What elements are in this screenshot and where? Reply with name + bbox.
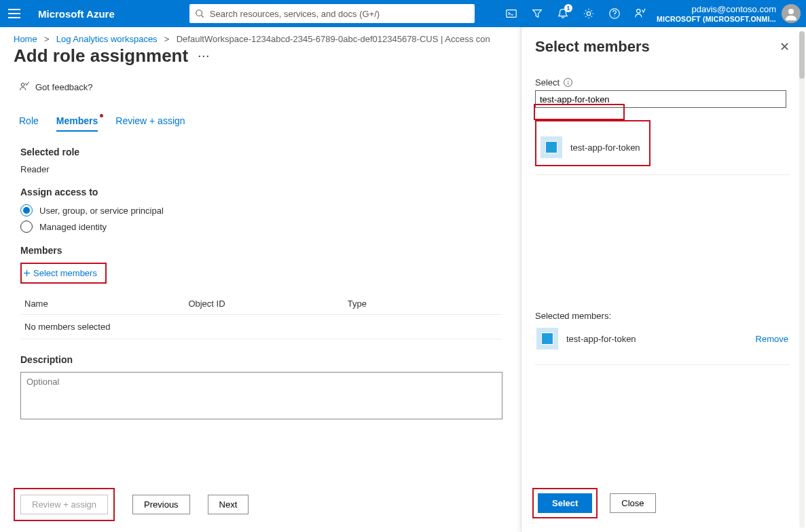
select-members-link[interactable]: Select members <box>23 265 101 281</box>
col-type: Type <box>344 293 502 315</box>
tab-members[interactable]: Members <box>56 115 98 132</box>
radio-user-group-sp[interactable]: User, group, or service principal <box>20 204 502 216</box>
notifications-badge: 1 <box>564 4 572 12</box>
help-icon[interactable] <box>608 7 621 20</box>
search-result-item[interactable]: test-app-for-token <box>536 130 649 165</box>
global-search-input[interactable]: Search resources, services, and docs (G+… <box>189 4 475 23</box>
app-tile-icon <box>541 136 562 158</box>
breadcrumb-current: DefaultWorkspace-1234abcd-2345-6789-0abc… <box>177 34 490 44</box>
svg-point-7 <box>637 10 640 13</box>
feedback-label: Got feedback? <box>35 82 93 92</box>
selected-role-label: Selected role <box>20 147 502 157</box>
select-members-panel: Select members ✕ Select i test-app-for-t… <box>521 27 806 532</box>
members-empty-row: No members selected <box>20 315 502 339</box>
close-icon[interactable]: ✕ <box>780 39 790 54</box>
radio-unselected-icon <box>20 221 33 233</box>
wizard-footer: Review + assign Previous Next <box>14 488 249 521</box>
tab-role[interactable]: Role <box>19 115 39 132</box>
svg-line-1 <box>201 16 203 18</box>
review-assign-button[interactable]: Review + assign <box>20 495 108 514</box>
notifications-icon[interactable]: 1 <box>556 7 570 20</box>
description-input[interactable] <box>20 372 502 419</box>
header-icon-group: 1 <box>505 7 647 20</box>
selected-role-value: Reader <box>20 164 502 174</box>
search-icon <box>195 9 204 18</box>
panel-select-button[interactable]: Select <box>538 493 592 513</box>
svg-point-8 <box>788 9 794 14</box>
search-placeholder: Search resources, services, and docs (G+… <box>210 9 380 19</box>
title-more-icon[interactable]: ··· <box>198 49 210 63</box>
breadcrumb-workspaces[interactable]: Log Analytics workspaces <box>56 34 158 44</box>
col-name: Name <box>20 293 184 315</box>
svg-point-0 <box>196 10 202 16</box>
portal-header: Microsoft Azure Search resources, servic… <box>0 0 806 27</box>
panel-scrollbar[interactable] <box>799 31 805 528</box>
search-result-name: test-app-for-token <box>570 142 640 153</box>
select-label: Select i <box>535 77 790 88</box>
member-search-input[interactable] <box>535 90 786 108</box>
plus-icon <box>23 269 31 277</box>
svg-rect-2 <box>507 10 516 18</box>
avatar[interactable] <box>782 4 801 23</box>
brand-label[interactable]: Microsoft Azure <box>38 8 115 20</box>
radio-selected-icon <box>20 204 33 216</box>
tab-members-indicator <box>100 114 103 117</box>
remove-member-link[interactable]: Remove <box>756 334 788 344</box>
svg-point-6 <box>614 16 615 16</box>
feedback-icon[interactable] <box>634 7 647 20</box>
form-body: Selected role Reader Assign access to Us… <box>0 132 516 421</box>
account-tenant: MICROSOFT (MICROSOFT.ONMI... <box>657 15 776 24</box>
panel-close-button[interactable]: Close <box>610 493 655 513</box>
next-button[interactable]: Next <box>208 495 249 514</box>
panel-title: Select members <box>535 38 650 56</box>
svg-point-4 <box>587 12 590 15</box>
radio-managed-identity[interactable]: Managed identity <box>20 221 502 233</box>
account-block[interactable]: pdavis@contoso.com MICROSOFT (MICROSOFT.… <box>657 4 776 23</box>
info-icon[interactable]: i <box>564 78 572 87</box>
tab-review[interactable]: Review + assign <box>115 115 185 132</box>
page-title: Add role assignment <box>14 45 188 66</box>
members-section-label: Members <box>20 245 502 256</box>
assign-access-label: Assign access to <box>20 187 502 197</box>
description-label: Description <box>20 354 502 365</box>
hamburger-icon[interactable] <box>8 4 27 23</box>
feedback-person-icon <box>19 81 30 92</box>
selected-members-label: Selected members: <box>535 311 790 321</box>
members-table: Name Object ID Type No members selected <box>20 293 502 339</box>
selected-member-name: test-app-for-token <box>566 334 636 344</box>
settings-icon[interactable] <box>582 7 596 20</box>
previous-button[interactable]: Previous <box>132 495 190 514</box>
breadcrumb-home[interactable]: Home <box>14 34 37 44</box>
account-email: pdavis@contoso.com <box>657 4 776 15</box>
breadcrumb: Home > Log Analytics workspaces > Defaul… <box>0 27 516 45</box>
selected-member-row: test-app-for-token Remove <box>535 321 790 356</box>
cloud-shell-icon[interactable] <box>505 7 518 20</box>
directory-filter-icon[interactable] <box>530 7 544 20</box>
svg-point-9 <box>21 83 24 86</box>
app-tile-icon <box>536 328 558 349</box>
col-objectid: Object ID <box>184 293 343 315</box>
